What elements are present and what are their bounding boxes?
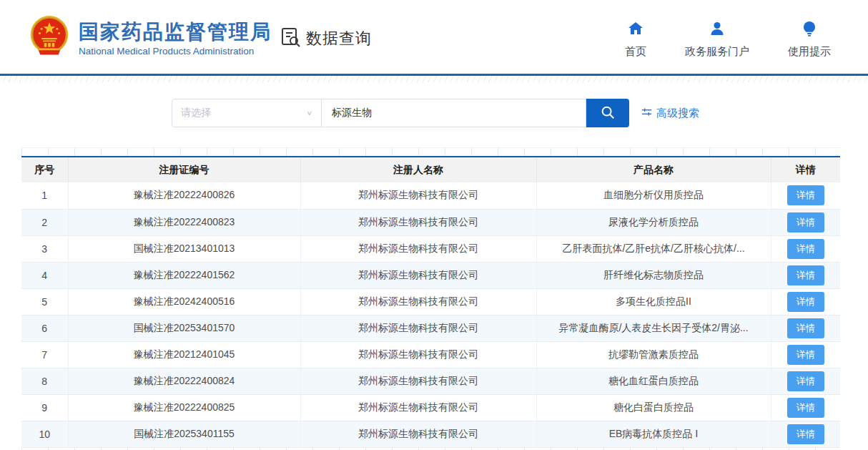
nav-gov-portal-label: 政务服务门户 (685, 45, 749, 59)
cell-product: 糖化白蛋白质控品 (536, 394, 771, 421)
cell-registrant: 郑州标源生物科技有限公司 (300, 341, 536, 368)
home-icon (627, 20, 644, 40)
col-header-reg-no: 注册证编号 (68, 157, 300, 182)
table-row: 2 豫械注准20222400823 郑州标源生物科技有限公司 尿液化学分析质控品… (21, 209, 840, 235)
advanced-search-link[interactable]: 高级搜索 (641, 107, 699, 120)
cell-registrant: 郑州标源生物科技有限公司 (300, 209, 536, 235)
search-input[interactable] (322, 99, 586, 127)
grid-tick-strip-bottom (21, 448, 840, 450)
cell-reg-no: 豫械注准20222400823 (68, 209, 300, 235)
cell-action: 详情 (771, 421, 840, 447)
cell-reg-no: 豫械注准20222400824 (68, 368, 300, 394)
cell-index: 5 (21, 288, 68, 315)
cell-product: 尿液化学分析质控品 (536, 209, 771, 235)
cell-product: 糖化血红蛋白质控品 (536, 368, 771, 394)
detail-button[interactable]: 详情 (787, 371, 824, 391)
cell-action: 详情 (771, 394, 840, 421)
table-row: 1 豫械注准20222400826 郑州标源生物科技有限公司 血细胞分析仪用质控… (21, 182, 840, 209)
user-icon (709, 20, 726, 40)
cell-registrant: 郑州标源生物科技有限公司 (300, 288, 536, 315)
cell-reg-no: 豫械注准20222401562 (68, 262, 300, 288)
cell-index: 9 (21, 394, 68, 421)
table-body: 1 豫械注准20222400826 郑州标源生物科技有限公司 血细胞分析仪用质控… (21, 182, 840, 447)
detail-button[interactable]: 详情 (787, 239, 824, 259)
module-title-group: 数据查询 (280, 26, 372, 51)
top-nav: 首页 政务服务门户 使用提示 (625, 20, 831, 59)
chevron-down-icon: ∨ (306, 109, 312, 117)
table-row: 8 豫械注准20222400824 郑州标源生物科技有限公司 糖化血红蛋白质控品… (21, 368, 840, 394)
data-query-icon (280, 26, 302, 51)
filter-sliders-icon (641, 107, 652, 120)
search-bar: 请选择 ∨ 高级搜索 (172, 99, 868, 127)
table-row: 6 国械注准20253401570 郑州标源生物科技有限公司 异常凝血酶原/人表… (21, 315, 840, 341)
cell-registrant: 郑州标源生物科技有限公司 (300, 182, 536, 209)
cell-registrant: 郑州标源生物科技有限公司 (300, 421, 536, 447)
brand: 国家药品监督管理局 National Medical Products Admi… (29, 14, 272, 63)
cell-product: EB病毒抗体质控品 Ⅰ (536, 421, 771, 447)
detail-button[interactable]: 详情 (787, 292, 824, 312)
cell-reg-no: 国械注准20253401570 (68, 315, 300, 341)
nav-gov-portal[interactable]: 政务服务门户 (685, 20, 749, 59)
cell-index: 6 (21, 315, 68, 341)
cell-reg-no: 国械注准20253401155 (68, 421, 300, 447)
cell-product: 异常凝血酶原/人表皮生长因子受体2/胃泌... (536, 315, 771, 341)
cell-product: 多项生化质控品II (536, 288, 771, 315)
cell-reg-no: 豫械注准20222400825 (68, 394, 300, 421)
cell-product: 乙肝表面抗体/乙肝e抗体/乙肝核心抗体/... (536, 235, 771, 262)
cell-index: 3 (21, 235, 68, 262)
module-title: 数据查询 (306, 28, 372, 49)
cell-index: 2 (21, 209, 68, 235)
detail-button[interactable]: 详情 (787, 185, 824, 205)
cell-registrant: 郑州标源生物科技有限公司 (300, 368, 536, 394)
site-title: 国家药品监督管理局 (79, 21, 272, 44)
site-header: 国家药品监督管理局 National Medical Products Admi… (0, 0, 868, 74)
search-button[interactable] (586, 99, 629, 127)
detail-button[interactable]: 详情 (787, 318, 824, 338)
detail-button[interactable]: 详情 (787, 424, 824, 444)
cell-index: 7 (21, 341, 68, 368)
table-row: 9 豫械注准20222400825 郑州标源生物科技有限公司 糖化白蛋白质控品 … (21, 394, 840, 421)
nav-home[interactable]: 首页 (625, 20, 646, 59)
detail-button[interactable]: 详情 (787, 212, 824, 233)
detail-button[interactable]: 详情 (787, 265, 824, 285)
nav-usage-tips[interactable]: 使用提示 (788, 20, 831, 59)
search-icon (600, 104, 616, 122)
cell-registrant: 郑州标源生物科技有限公司 (300, 262, 536, 288)
table-header-row: 序号 注册证编号 注册人名称 产品名称 详情 (21, 157, 840, 182)
cell-registrant: 郑州标源生物科技有限公司 (300, 235, 536, 262)
cell-action: 详情 (771, 182, 840, 209)
cell-product: 肝纤维化标志物质控品 (536, 262, 771, 288)
cell-index: 8 (21, 368, 68, 394)
category-select-placeholder: 请选择 (181, 107, 211, 119)
nmpa-emblem-logo (29, 14, 70, 63)
cell-reg-no: 豫械注准20242400516 (68, 288, 300, 315)
cell-action: 详情 (771, 341, 840, 368)
detail-button[interactable]: 详情 (787, 345, 824, 365)
detail-button[interactable]: 详情 (787, 398, 824, 418)
site-subtitle: National Medical Products Administration (79, 46, 272, 57)
table-row: 7 豫械注准20212401045 郑州标源生物科技有限公司 抗缪勒管激素质控品… (21, 341, 840, 368)
category-select[interactable]: 请选择 ∨ (172, 99, 322, 127)
cell-action: 详情 (771, 262, 840, 288)
col-header-registrant: 注册人名称 (300, 157, 536, 182)
cell-action: 详情 (771, 209, 840, 235)
cell-action: 详情 (771, 235, 840, 262)
table-row: 4 豫械注准20222401562 郑州标源生物科技有限公司 肝纤维化标志物质控… (21, 262, 840, 288)
cell-action: 详情 (771, 315, 840, 341)
table-row: 3 国械注准20213401013 郑州标源生物科技有限公司 乙肝表面抗体/乙肝… (21, 235, 840, 262)
table-row: 5 豫械注准20242400516 郑州标源生物科技有限公司 多项生化质控品II… (21, 288, 840, 315)
cell-index: 1 (21, 182, 68, 209)
cell-action: 详情 (771, 288, 840, 315)
nav-home-label: 首页 (625, 45, 646, 59)
grid-tick-strip-top (21, 147, 840, 156)
cell-reg-no: 豫械注准20222400826 (68, 182, 300, 209)
cell-product: 抗缪勒管激素质控品 (536, 341, 771, 368)
bulb-icon (801, 20, 818, 40)
cell-index: 4 (21, 262, 68, 288)
nav-usage-tips-label: 使用提示 (788, 45, 831, 59)
cell-registrant: 郑州标源生物科技有限公司 (300, 315, 536, 341)
cell-reg-no: 国械注准20213401013 (68, 235, 300, 262)
cell-index: 10 (21, 421, 68, 447)
stripe-band (0, 76, 868, 82)
cell-reg-no: 豫械注准20212401045 (68, 341, 300, 368)
